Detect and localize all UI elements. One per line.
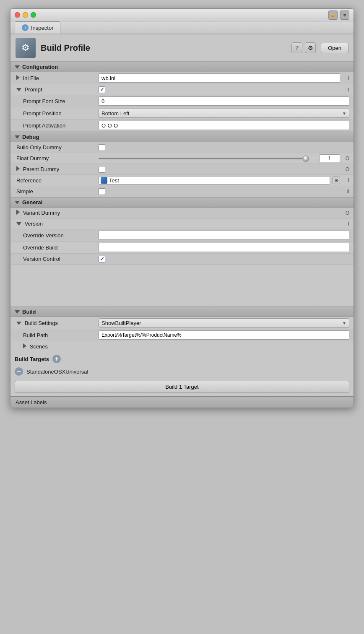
override-version-value-container bbox=[99, 231, 349, 240]
build-target-item: − StandaloneOSXUniversal bbox=[10, 366, 354, 377]
parent-dummy-expand-icon[interactable] bbox=[16, 166, 20, 171]
inspector-tab-label: Inspector bbox=[31, 25, 53, 31]
build-path-value-container bbox=[99, 330, 349, 340]
prompt-activation-row: Prompt Activation bbox=[10, 120, 354, 132]
float-dummy-value-container bbox=[99, 154, 340, 162]
build-settings-row: Build Settings ShowBuiltPlayer ▼ bbox=[10, 317, 354, 329]
parent-dummy-checkbox[interactable] bbox=[99, 166, 105, 173]
reference-field: Test bbox=[99, 176, 330, 184]
general-section-label: General bbox=[22, 199, 42, 205]
spacer bbox=[10, 265, 354, 307]
build-targets-header: Build Targets + bbox=[10, 352, 354, 366]
override-version-input[interactable] bbox=[99, 231, 349, 240]
override-version-label: Override Version bbox=[15, 232, 99, 239]
scenes-expand-icon[interactable] bbox=[23, 343, 26, 348]
simple-checkbox[interactable] bbox=[99, 188, 105, 195]
prompt-indicator: I bbox=[342, 87, 349, 93]
float-dummy-slider-container bbox=[99, 154, 340, 162]
prompt-position-dropdown-value: Bottom Left bbox=[101, 110, 129, 117]
maximize-button[interactable] bbox=[31, 12, 36, 18]
build-path-input[interactable] bbox=[99, 330, 349, 340]
prompt-font-size-value-container bbox=[99, 96, 349, 106]
float-dummy-slider-track[interactable] bbox=[99, 158, 317, 159]
build-button[interactable]: Build 1 Target bbox=[15, 381, 349, 393]
build-settings-value-container: ShowBuiltPlayer ▼ bbox=[99, 318, 349, 327]
build-targets-label: Build Targets bbox=[15, 356, 49, 362]
override-build-input[interactable] bbox=[99, 243, 349, 252]
prompt-font-size-row: Prompt Font Size bbox=[10, 95, 354, 107]
ini-file-input[interactable] bbox=[99, 73, 340, 83]
lock-icon[interactable]: 🔒 bbox=[328, 10, 338, 20]
prompt-position-dropdown-arrow: ▼ bbox=[342, 111, 346, 116]
close-button[interactable] bbox=[15, 12, 20, 18]
inspector-window: 🔒 ≡ i Inspector ⚙ Build Profile ? ⚙ Open bbox=[10, 8, 354, 408]
build-section-header[interactable]: Build bbox=[10, 307, 354, 317]
help-button[interactable]: ? bbox=[291, 42, 302, 53]
reference-indicator: I bbox=[342, 177, 349, 183]
ini-file-expand-icon[interactable] bbox=[16, 75, 20, 80]
prompt-checkbox[interactable] bbox=[99, 86, 105, 93]
prompt-label: Prompt bbox=[15, 86, 99, 93]
variant-dummy-expand-icon[interactable] bbox=[16, 210, 20, 215]
add-build-target-button[interactable]: + bbox=[52, 355, 61, 363]
configuration-collapse-icon bbox=[15, 65, 20, 69]
override-build-row: Override Build bbox=[10, 242, 354, 254]
prompt-value-container bbox=[99, 86, 340, 93]
simple-row: Simple II bbox=[10, 186, 354, 197]
configuration-section-header[interactable]: Configuration bbox=[10, 62, 354, 72]
general-section-header[interactable]: General bbox=[10, 197, 354, 208]
asset-labels-footer: Asset Labels bbox=[10, 396, 354, 408]
debug-section-label: Debug bbox=[22, 134, 39, 140]
version-control-label: Version Control bbox=[15, 256, 99, 262]
build-section-label: Build bbox=[22, 309, 36, 315]
prompt-position-row: Prompt Position Bottom Left ▼ bbox=[10, 107, 354, 120]
inspector-tab[interactable]: i Inspector bbox=[15, 21, 60, 34]
prompt-activation-input[interactable] bbox=[99, 121, 349, 130]
main-content: Configuration Ini File I Prompt I bbox=[10, 62, 354, 396]
prompt-font-size-input[interactable] bbox=[99, 96, 349, 106]
version-control-value-container bbox=[99, 256, 349, 262]
parent-dummy-label: Parent Dummy bbox=[15, 166, 99, 172]
override-version-row: Override Version bbox=[10, 229, 354, 242]
version-row: Version I bbox=[10, 218, 354, 229]
variant-dummy-label: Variant Dummy bbox=[15, 210, 99, 216]
ini-file-value-container bbox=[99, 73, 340, 83]
reference-text: Test bbox=[109, 177, 328, 184]
build-path-row: Build Path bbox=[10, 329, 354, 341]
prompt-activation-value-container bbox=[99, 121, 349, 130]
debug-section-header[interactable]: Debug bbox=[10, 132, 354, 142]
prompt-position-dropdown[interactable]: Bottom Left ▼ bbox=[99, 109, 349, 118]
build-only-dummy-checkbox[interactable] bbox=[99, 144, 105, 151]
version-control-checkbox[interactable] bbox=[99, 256, 105, 262]
float-dummy-value-input[interactable] bbox=[319, 154, 340, 162]
override-build-value-container bbox=[99, 243, 349, 252]
parent-dummy-value-container bbox=[99, 166, 340, 173]
prompt-collapse-icon[interactable] bbox=[16, 88, 21, 91]
version-label: Version bbox=[15, 221, 99, 227]
titlebar: 🔒 ≡ bbox=[10, 9, 354, 21]
prompt-position-label: Prompt Position bbox=[15, 110, 99, 117]
version-control-row: Version Control bbox=[10, 254, 354, 265]
variant-dummy-indicator: O bbox=[342, 210, 349, 216]
override-build-label: Override Build bbox=[15, 244, 99, 251]
reference-pick-button[interactable]: ⊙ bbox=[333, 177, 340, 184]
float-dummy-label: Float Dummy bbox=[15, 155, 99, 161]
build-settings-collapse-icon[interactable] bbox=[16, 322, 21, 325]
remove-build-target-button[interactable]: − bbox=[15, 367, 23, 376]
inspector-tab-icon: i bbox=[22, 24, 29, 31]
float-dummy-slider-thumb[interactable] bbox=[303, 156, 309, 161]
version-collapse-icon[interactable] bbox=[16, 222, 21, 226]
scenes-label: Scenes bbox=[15, 343, 99, 350]
traffic-lights bbox=[15, 12, 36, 18]
open-button[interactable]: Open bbox=[321, 43, 348, 53]
settings-button[interactable]: ⚙ bbox=[305, 42, 316, 53]
parent-dummy-indicator: O bbox=[342, 166, 349, 172]
build-settings-dropdown[interactable]: ShowBuiltPlayer ▼ bbox=[99, 318, 349, 327]
minimize-button[interactable] bbox=[23, 12, 28, 18]
build-path-label: Build Path bbox=[15, 332, 99, 338]
simple-indicator: II bbox=[342, 189, 349, 195]
general-collapse-icon bbox=[15, 201, 20, 204]
menu-icon[interactable]: ≡ bbox=[340, 10, 349, 20]
tab-bar: i Inspector bbox=[10, 21, 354, 34]
scenes-row: Scenes bbox=[10, 341, 354, 352]
